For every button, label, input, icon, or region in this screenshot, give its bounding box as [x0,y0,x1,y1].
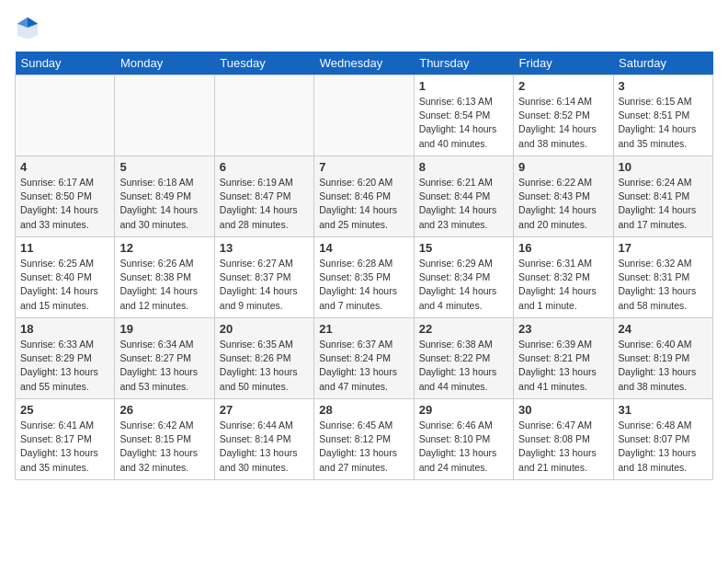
day-number: 7 [319,160,408,174]
day-number: 3 [619,79,708,93]
day-info: Sunrise: 6:26 AM Sunset: 8:38 PM Dayligh… [119,257,209,313]
weekday-header-wednesday: Wednesday [314,52,414,75]
calendar-cell [115,75,214,156]
day-info: Sunrise: 6:21 AM Sunset: 8:44 PM Dayligh… [419,176,508,232]
day-info: Sunrise: 6:46 AM Sunset: 8:10 PM Dayligh… [419,419,508,475]
calendar-cell: 20Sunrise: 6:35 AM Sunset: 8:26 PM Dayli… [214,318,313,399]
page-header [15,15,713,40]
calendar-cell: 7Sunrise: 6:20 AM Sunset: 8:46 PM Daylig… [314,156,414,237]
calendar-cell: 27Sunrise: 6:44 AM Sunset: 8:14 PM Dayli… [214,399,313,480]
calendar-cell: 21Sunrise: 6:37 AM Sunset: 8:24 PM Dayli… [314,318,414,399]
day-info: Sunrise: 6:48 AM Sunset: 8:07 PM Dayligh… [619,419,708,475]
calendar-cell: 23Sunrise: 6:39 AM Sunset: 8:21 PM Dayli… [514,318,613,399]
calendar-week-3: 11Sunrise: 6:25 AM Sunset: 8:40 PM Dayli… [16,237,713,318]
day-number: 28 [319,403,408,417]
calendar-cell: 12Sunrise: 6:26 AM Sunset: 8:38 PM Dayli… [115,237,214,318]
calendar-cell: 28Sunrise: 6:45 AM Sunset: 8:12 PM Dayli… [314,399,414,480]
day-info: Sunrise: 6:27 AM Sunset: 8:37 PM Dayligh… [220,257,309,313]
day-number: 26 [119,403,209,417]
calendar-cell: 15Sunrise: 6:29 AM Sunset: 8:34 PM Dayli… [414,237,513,318]
day-info: Sunrise: 6:32 AM Sunset: 8:31 PM Dayligh… [619,257,708,313]
day-number: 17 [619,241,708,255]
day-info: Sunrise: 6:37 AM Sunset: 8:24 PM Dayligh… [319,338,408,394]
day-number: 14 [319,241,408,255]
logo [15,15,44,40]
calendar-cell: 11Sunrise: 6:25 AM Sunset: 8:40 PM Dayli… [16,237,115,318]
calendar-week-4: 18Sunrise: 6:33 AM Sunset: 8:29 PM Dayli… [16,318,713,399]
day-info: Sunrise: 6:44 AM Sunset: 8:14 PM Dayligh… [220,419,309,475]
day-number: 12 [119,241,209,255]
day-info: Sunrise: 6:42 AM Sunset: 8:15 PM Dayligh… [119,419,209,475]
day-info: Sunrise: 6:15 AM Sunset: 8:51 PM Dayligh… [619,95,708,151]
weekday-header-friday: Friday [514,52,613,75]
calendar-cell: 9Sunrise: 6:22 AM Sunset: 8:43 PM Daylig… [514,156,613,237]
day-info: Sunrise: 6:14 AM Sunset: 8:52 PM Dayligh… [518,95,608,151]
calendar-cell: 26Sunrise: 6:42 AM Sunset: 8:15 PM Dayli… [115,399,214,480]
day-info: Sunrise: 6:17 AM Sunset: 8:50 PM Dayligh… [20,176,109,232]
day-number: 21 [319,322,408,336]
day-number: 16 [518,241,608,255]
calendar-cell: 19Sunrise: 6:34 AM Sunset: 8:27 PM Dayli… [115,318,214,399]
calendar-cell [16,75,115,156]
day-number: 20 [220,322,309,336]
day-number: 23 [518,322,608,336]
weekday-header-monday: Monday [115,52,214,75]
day-number: 24 [619,322,708,336]
day-info: Sunrise: 6:33 AM Sunset: 8:29 PM Dayligh… [20,338,109,394]
day-info: Sunrise: 6:19 AM Sunset: 8:47 PM Dayligh… [220,176,309,232]
day-info: Sunrise: 6:13 AM Sunset: 8:54 PM Dayligh… [419,95,508,151]
day-info: Sunrise: 6:41 AM Sunset: 8:17 PM Dayligh… [20,419,109,475]
calendar-cell: 18Sunrise: 6:33 AM Sunset: 8:29 PM Dayli… [16,318,115,399]
day-info: Sunrise: 6:22 AM Sunset: 8:43 PM Dayligh… [518,176,608,232]
calendar-week-2: 4Sunrise: 6:17 AM Sunset: 8:50 PM Daylig… [16,156,713,237]
day-number: 27 [220,403,309,417]
calendar-cell: 14Sunrise: 6:28 AM Sunset: 8:35 PM Dayli… [314,237,414,318]
calendar-cell: 6Sunrise: 6:19 AM Sunset: 8:47 PM Daylig… [214,156,313,237]
calendar-cell: 10Sunrise: 6:24 AM Sunset: 8:41 PM Dayli… [613,156,712,237]
day-number: 11 [20,241,109,255]
weekday-header-saturday: Saturday [613,52,712,75]
weekday-header-thursday: Thursday [414,52,513,75]
calendar-cell: 17Sunrise: 6:32 AM Sunset: 8:31 PM Dayli… [613,237,712,318]
day-info: Sunrise: 6:38 AM Sunset: 8:22 PM Dayligh… [419,338,508,394]
day-number: 13 [220,241,309,255]
day-number: 19 [119,322,209,336]
day-info: Sunrise: 6:25 AM Sunset: 8:40 PM Dayligh… [20,257,109,313]
calendar-week-1: 1Sunrise: 6:13 AM Sunset: 8:54 PM Daylig… [16,75,713,156]
day-info: Sunrise: 6:39 AM Sunset: 8:21 PM Dayligh… [518,338,608,394]
day-info: Sunrise: 6:28 AM Sunset: 8:35 PM Dayligh… [319,257,408,313]
calendar-cell: 5Sunrise: 6:18 AM Sunset: 8:49 PM Daylig… [115,156,214,237]
calendar-cell [314,75,414,156]
calendar-cell: 8Sunrise: 6:21 AM Sunset: 8:44 PM Daylig… [414,156,513,237]
day-info: Sunrise: 6:47 AM Sunset: 8:08 PM Dayligh… [518,419,608,475]
calendar-table: SundayMondayTuesdayWednesdayThursdayFrid… [15,52,713,480]
calendar-cell: 3Sunrise: 6:15 AM Sunset: 8:51 PM Daylig… [613,75,712,156]
logo-icon [15,15,40,40]
day-info: Sunrise: 6:24 AM Sunset: 8:41 PM Dayligh… [619,176,708,232]
calendar-week-5: 25Sunrise: 6:41 AM Sunset: 8:17 PM Dayli… [16,399,713,480]
day-number: 10 [619,160,708,174]
calendar-cell: 2Sunrise: 6:14 AM Sunset: 8:52 PM Daylig… [514,75,613,156]
calendar-cell: 24Sunrise: 6:40 AM Sunset: 8:19 PM Dayli… [613,318,712,399]
calendar-cell [214,75,313,156]
day-number: 31 [619,403,708,417]
day-number: 18 [20,322,109,336]
day-info: Sunrise: 6:45 AM Sunset: 8:12 PM Dayligh… [319,419,408,475]
day-info: Sunrise: 6:20 AM Sunset: 8:46 PM Dayligh… [319,176,408,232]
day-number: 8 [419,160,508,174]
calendar-cell: 1Sunrise: 6:13 AM Sunset: 8:54 PM Daylig… [414,75,513,156]
day-info: Sunrise: 6:18 AM Sunset: 8:49 PM Dayligh… [119,176,209,232]
day-number: 15 [419,241,508,255]
day-number: 5 [119,160,209,174]
day-number: 4 [20,160,109,174]
day-number: 22 [419,322,508,336]
calendar-cell: 31Sunrise: 6:48 AM Sunset: 8:07 PM Dayli… [613,399,712,480]
day-info: Sunrise: 6:34 AM Sunset: 8:27 PM Dayligh… [119,338,209,394]
day-number: 9 [518,160,608,174]
day-number: 2 [518,79,608,93]
day-info: Sunrise: 6:31 AM Sunset: 8:32 PM Dayligh… [518,257,608,313]
weekday-header-sunday: Sunday [16,52,115,75]
day-info: Sunrise: 6:40 AM Sunset: 8:19 PM Dayligh… [619,338,708,394]
day-number: 6 [220,160,309,174]
calendar-cell: 13Sunrise: 6:27 AM Sunset: 8:37 PM Dayli… [214,237,313,318]
